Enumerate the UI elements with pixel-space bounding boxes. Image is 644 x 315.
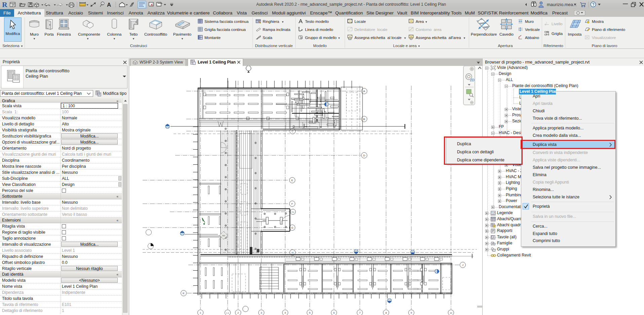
svg-text:8: 8 [385,311,387,314]
svg-text:1: 1 [102,2,103,5]
svg-text:3: 3 [261,311,262,314]
svg-text:K: K [183,292,185,295]
svg-text:?: ? [592,2,595,7]
svg-text:F: F [292,202,293,205]
svg-text:1: 1 [546,22,547,24]
svg-text:2D: 2D [470,78,475,82]
svg-text:4: 4 [285,311,286,314]
svg-text:9: 9 [411,311,412,314]
svg-text:10: 10 [450,312,452,314]
svg-text:5: 5 [309,311,310,314]
svg-text:B: B [363,118,365,121]
svg-text:690: 690 [222,235,225,237]
svg-text:H: H [292,251,294,254]
svg-text:A: A [107,2,111,8]
svg-text:E: E [291,179,293,182]
svg-text:2: 2 [237,311,239,314]
svg-text:J: J [462,264,463,267]
svg-text:1.1: 1.1 [226,312,229,314]
svg-text:maurizio.mea...: maurizio.mea... [547,2,577,7]
svg-text:D: D [363,154,365,157]
svg-text:F.1: F.1 [292,211,295,213]
svg-text:A: A [363,90,365,93]
svg-text:G: G [291,226,293,229]
svg-text:7: 7 [359,311,361,314]
svg-text:1: 1 [200,311,201,314]
svg-text:R: R [2,0,8,9]
svg-text:6: 6 [333,311,335,314]
